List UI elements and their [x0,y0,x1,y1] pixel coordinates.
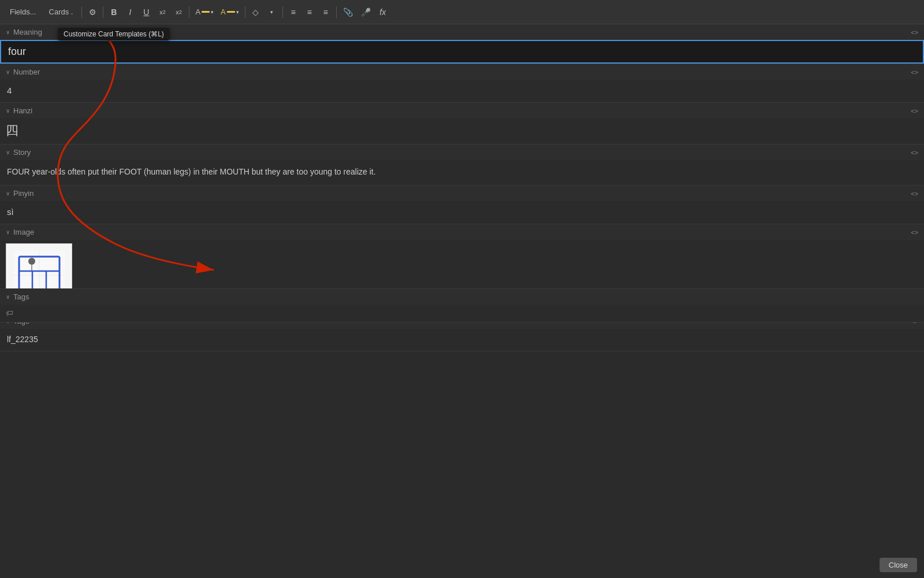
fields-button[interactable]: Fields... [5,5,42,18]
number-code-icon[interactable]: <> [911,69,918,76]
superscript-button[interactable]: x2 [155,7,169,17]
hanzi-code-icon[interactable]: <> [911,108,918,114]
tags-top-value: lf_22235 [6,332,918,346]
hanzi-field-header[interactable]: ∨ Hanzi <> [0,103,924,118]
number-field-label: Number [13,68,907,76]
highlight-label: A [195,8,200,16]
tags-bottom-field-label: Tags [13,292,918,301]
bold-button[interactable]: B [107,6,121,18]
text-highlight-button[interactable]: A ▾ [193,6,216,18]
cards-button[interactable]: Cards . [44,5,79,18]
tags-bottom-field-header[interactable]: ∨ Tags [0,289,924,305]
pinyin-chevron-icon: ∨ [6,190,10,197]
hanzi-field-section: ∨ Hanzi <> 四 [0,103,924,144]
story-field-content: FOUR year-olds often put their FOOT (hum… [0,160,924,185]
meaning-input[interactable] [0,40,924,64]
hanzi-field-content: 四 [0,118,924,144]
story-code-icon[interactable]: <> [911,149,918,156]
italic-button[interactable]: I [123,6,137,18]
tags-bottom-chevron-icon: ∨ [6,294,10,300]
cards-tooltip: Customize Card Templates (⌘L) [58,28,170,40]
unordered-list-button[interactable]: ≡ [286,6,300,18]
tags-top-field-content: lf_22235 [0,329,924,351]
hanzi-chevron-icon: ∨ [6,108,10,114]
hanzi-field-label: Hanzi [13,106,907,115]
subscript-button[interactable]: x2 [172,7,185,17]
tags-bottom-field-section: ∨ Tags 🏷 [0,288,924,323]
pinyin-field-label: Pinyin [13,189,907,198]
pinyin-field-content: sì [0,201,924,224]
highlight-color-indicator [202,11,210,13]
text-color-chevron: ▾ [236,9,239,15]
tag-icon: 🏷 [6,309,13,317]
number-field-section: ∨ Number <> 4 [0,64,924,103]
separator-3 [189,6,189,18]
toolbar: Fields... Cards . ⚙ B I U x2 x2 A ▾ A ▾ … [0,0,924,24]
text-color-button[interactable]: A ▾ [218,6,241,18]
image-field-label: Image [13,228,907,236]
formula-button[interactable]: fx [376,6,390,18]
pinyin-field-section: ∨ Pinyin <> sì [0,186,924,224]
number-field-content: 4 [0,80,924,102]
svg-point-8 [28,258,35,265]
separator-2 [103,6,103,18]
story-field-label: Story [13,148,907,157]
separator-4 [245,6,245,18]
image-field-header[interactable]: ∨ Image <> [0,224,924,240]
meaning-chevron-icon: ∨ [6,29,10,35]
microphone-button[interactable]: 🎤 [358,6,374,18]
settings-button[interactable]: ⚙ [85,6,99,18]
number-value: 4 [6,83,918,98]
number-chevron-icon: ∨ [6,69,10,75]
separator-5 [282,6,283,18]
separator-1 [81,6,82,18]
image-code-icon[interactable]: <> [911,229,918,236]
indent-button[interactable]: ≡ [319,6,333,18]
story-field-header[interactable]: ∨ Story <> [0,144,924,160]
erase-chevron-button[interactable]: ▾ [265,8,279,17]
pinyin-field-header[interactable]: ∨ Pinyin <> [0,186,924,201]
number-field-header[interactable]: ∨ Number <> [0,64,924,80]
pinyin-value: sì [6,205,918,219]
meaning-field-content [0,40,924,64]
story-chevron-icon: ∨ [6,149,10,155]
image-chevron-icon: ∨ [6,229,10,235]
attachment-button[interactable]: 📎 [340,6,356,18]
meaning-code-icon[interactable]: <> [911,29,918,36]
ordered-list-button[interactable]: ≡ [303,6,316,18]
underline-button[interactable]: U [139,6,153,18]
pinyin-code-icon[interactable]: <> [911,190,918,197]
highlight-chevron: ▾ [211,9,214,15]
hanzi-value: 四 [6,122,918,139]
text-color-indicator [227,11,235,13]
story-field-section: ∨ Story <> FOUR year-olds often put thei… [0,144,924,186]
story-value: FOUR year-olds often put their FOOT (hum… [6,164,918,180]
close-button[interactable]: Close [880,558,917,572]
text-color-label: A [221,8,226,16]
tags-bottom-field-content: 🏷 [0,305,924,322]
separator-6 [336,6,337,18]
main-content: ∨ Meaning <> ∨ Number <> 4 ∨ Hanzi <> 四 [0,24,924,351]
erase-button[interactable]: ◇ [249,6,263,18]
